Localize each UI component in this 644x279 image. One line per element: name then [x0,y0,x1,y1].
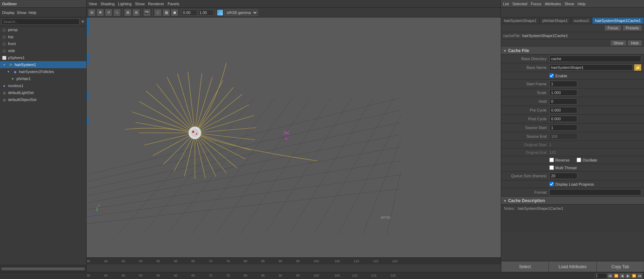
attr-tab-hairsystemshape1cache1[interactable]: hairSystemShape1Cache1 [592,17,644,24]
presets-button[interactable]: Presets [623,25,642,31]
outliner-item-label: pfxHair1 [16,77,31,81]
outliner-item-lightset[interactable]: ◎ defaultLightSet [0,89,86,96]
viewport-menu-panels[interactable]: Panels [168,2,180,6]
toolbar-btn-select[interactable]: ⊞ [88,9,96,16]
viewport-menu-show[interactable]: Show [135,2,145,6]
base-directory-input[interactable] [549,56,641,62]
attr-tab-hairsystemshape1[interactable]: hairSystemShape1 [501,17,540,24]
playback-prev-key[interactable]: ⏪ [613,273,619,279]
left-strip-btn-4[interactable] [87,117,89,124]
playback-prev-frame[interactable]: ◀ [619,273,625,279]
start-frame-label: Start Frame [504,82,549,86]
display-load-progress-checkbox[interactable] [549,182,554,186]
outliner-item-label: persp [8,28,18,32]
toolbar-btn-snap[interactable]: ⊠ [124,9,132,16]
multi-thread-checkbox[interactable] [549,165,554,170]
srgb-select[interactable]: sRGB gamma [224,9,258,16]
outliner-menu-help[interactable]: Help [29,10,37,15]
toolbar-input-val1[interactable] [182,9,197,16]
attr-menu-help[interactable]: Help [578,2,586,6]
toolbar-btn-cam[interactable]: 📷 [143,9,151,16]
format-input[interactable] [549,189,641,195]
format-label: Format [504,190,549,194]
oscillate-label: Oscillate [583,158,597,162]
show-button[interactable]: Show [610,40,627,46]
pre-cycle-input[interactable] [549,107,577,113]
search-expand-icon[interactable]: ▼ [81,19,85,24]
cache-description-section-header[interactable]: ▼ Cache Description [501,197,644,205]
attr-tab-nucleus1[interactable]: nucleus1 [571,17,592,24]
cache-file-row: cacheFile: hairSystemShape1Cache1 [501,32,644,40]
toolbar-btn-poly3[interactable]: ◼ [171,9,178,16]
playback-play-fwd[interactable]: ▶ [625,273,631,279]
post-cycle-input[interactable] [549,116,577,122]
attr-menu-attributes[interactable]: Attributes [545,2,561,6]
viewport-menu-renderer[interactable]: Renderer [148,2,164,6]
outliner-menu-display[interactable]: Display [2,10,15,15]
toolbar-input-val2[interactable] [198,9,214,16]
hide-button[interactable]: Hide [628,40,642,46]
playback-first-frame[interactable]: ⏮ [607,273,613,279]
reverse-checkbox[interactable] [549,158,554,162]
playback-last-frame[interactable]: ⏭ [637,273,643,279]
load-attributes-button[interactable]: Load Attributes [549,261,596,272]
attr-tab-pfxhairshape1[interactable]: pfxHairShape1 [540,17,571,24]
frame-input[interactable] [595,273,607,279]
outliner-item-side[interactable]: 🎥 side [0,47,86,54]
set-icon: ◎ [1,90,7,95]
start-frame-input[interactable] [549,81,577,87]
outliner-item-nucleus1[interactable]: ● nucleus1 [0,82,86,89]
toolbar-btn-poly2[interactable]: ▦ [162,9,170,16]
enable-checkbox[interactable] [549,73,554,78]
toolbar-btn-rotate[interactable]: ↺ [105,9,112,16]
viewport-menu-shading[interactable]: Shading [101,2,115,6]
search-input[interactable] [1,19,80,25]
attr-menu-list[interactable]: List [503,2,509,6]
hold-input[interactable] [549,98,577,105]
svg-point-53 [192,131,194,133]
srgb-color-swatch [217,9,223,16]
outliner-item-top[interactable]: 🎥 top [0,33,86,40]
outliner-item-pfxhair1[interactable]: ✦ pfxHair1 [0,75,86,82]
copy-tab-button[interactable]: Copy Tab [597,261,644,272]
cache-file-section-header[interactable]: ▼ Cache File [501,47,644,55]
scale-input[interactable] [549,90,577,96]
playback-next-frame[interactable]: ⏩ [631,273,637,279]
attr-menu-show[interactable]: Show [564,2,574,6]
outliner-item-follicles[interactable]: ▼ ◉ hairSystem1Follicles [0,68,86,75]
outliner-item-front[interactable]: 🎥 front [0,40,86,47]
svg-text:persp: persp [381,215,390,219]
original-end-row: Original End 120 [501,149,644,156]
outliner-scrollbar[interactable] [1,267,85,270]
srgb-gamma-container[interactable]: sRGB gamma [217,9,258,16]
outliner-item-hairsystem1[interactable]: ▼ ⟳ hairSystem1 [0,61,86,68]
oscillate-checkbox[interactable] [577,158,581,162]
base-name-input[interactable] [549,64,633,71]
queue-size-row: Queue Size (frames) [501,172,644,180]
source-end-label: Source End [504,134,549,138]
toolbar-btn-poly1[interactable]: □ [154,9,162,16]
attr-menu-selected[interactable]: Selected [512,2,527,6]
viewport-menu-lighting[interactable]: Lighting [118,2,132,6]
outliner-item-objectset[interactable]: ◎ defaultObjectSet [0,96,86,103]
original-end-label: Original End [504,150,549,155]
outliner-menu-show[interactable]: Show [17,10,27,15]
left-strip-btn-3[interactable] [87,92,89,99]
queue-size-input[interactable] [549,173,577,179]
toolbar-btn-grid[interactable]: ⊞ [132,9,140,16]
outliner-item-persp[interactable]: 🎥 persp [0,26,86,33]
viewport-toolbar: ⊞ ✥ ↺ ⤡ ⊠ ⊞ 📷 □ ▦ ◼ sRGB gamma [87,8,501,17]
left-strip-btn-1[interactable] [87,17,89,35]
left-strip-btn-2[interactable] [87,53,89,64]
toolbar-btn-scale[interactable]: ⤡ [113,9,121,16]
source-start-input[interactable] [549,124,577,131]
attr-menu-focus[interactable]: Focus [531,2,541,6]
hair-icon: ⟳ [8,62,14,67]
viewport-menu-view[interactable]: View [89,2,97,6]
outliner-item-psphere1[interactable]: ⬜ pSphere1 [0,54,86,61]
focus-button[interactable]: Focus [605,25,621,31]
folder-browse-button[interactable]: 📁 [634,64,641,71]
select-button[interactable]: Select [501,261,549,272]
toolbar-btn-move[interactable]: ✥ [96,9,104,16]
source-end-input[interactable] [549,133,577,140]
